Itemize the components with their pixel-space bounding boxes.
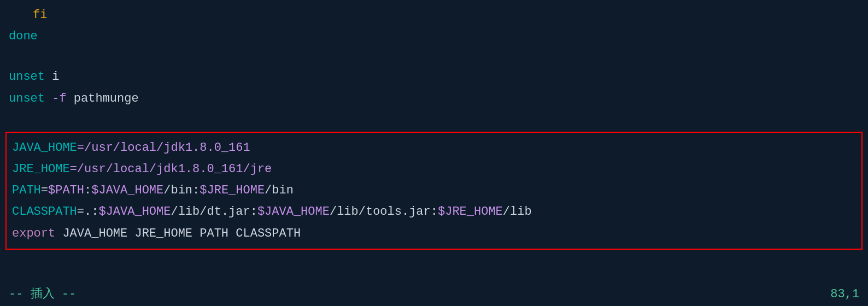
java-home-line: JAVA_HOME=/usr/local/jdk1.8.0_161 bbox=[12, 137, 856, 158]
keyword-done: done bbox=[9, 27, 38, 46]
path-line: PATH=$PATH:$JAVA_HOME/bin:$JRE_HOME/bin bbox=[12, 180, 856, 201]
cursor-position: 83,1 bbox=[830, 285, 859, 304]
path-col1: : bbox=[84, 181, 91, 200]
path-eq: = bbox=[41, 181, 48, 200]
space1 bbox=[45, 89, 52, 108]
pathmunge: pathmunge bbox=[67, 89, 139, 108]
mode-indicator: -- 插入 -- bbox=[9, 285, 76, 304]
export-vars: JAVA_HOME JRE_HOME PATH CLASSPATH bbox=[55, 224, 301, 243]
export-line: export JAVA_HOME JRE_HOME PATH CLASSPATH bbox=[12, 223, 856, 244]
empty-line bbox=[0, 47, 868, 66]
code-line: unset i bbox=[0, 66, 868, 87]
classpath-var: CLASSPATH bbox=[12, 202, 77, 221]
path-var: PATH bbox=[12, 181, 41, 200]
classpath-jrehome: $JRE_HOME bbox=[438, 202, 503, 221]
unset-var-i: i bbox=[45, 67, 59, 86]
path-javahome: $JAVA_HOME bbox=[91, 181, 163, 200]
path-bin1: /bin: bbox=[163, 181, 200, 200]
path-bin2: /bin bbox=[265, 181, 294, 200]
classpath-line: CLASSPATH=.:$JAVA_HOME/lib/dt.jar:$JAVA_… bbox=[12, 201, 856, 222]
keyword-unset2: unset bbox=[9, 89, 45, 108]
editor: fi done unset i unset -f pathmunge JAVA_… bbox=[0, 0, 868, 306]
flag-f: -f bbox=[52, 89, 66, 108]
status-bar: -- 插入 -- 83,1 bbox=[0, 283, 868, 306]
export-keyword: export bbox=[12, 224, 55, 243]
jre-home-line: JRE_HOME=/usr/local/jdk1.8.0_161/jre bbox=[12, 158, 856, 180]
java-home-var: JAVA_HOME bbox=[12, 138, 77, 157]
keyword-unset: unset bbox=[9, 67, 45, 86]
classpath-lib: /lib bbox=[503, 202, 532, 221]
code-line: done bbox=[0, 26, 868, 47]
path-jrehome: $JRE_HOME bbox=[200, 181, 265, 200]
highlighted-block: JAVA_HOME=/usr/local/jdk1.8.0_161 JRE_HO… bbox=[5, 132, 863, 250]
keyword-fi: fi bbox=[33, 5, 47, 25]
path-ref1: $PATH bbox=[48, 181, 84, 200]
java-home-val: =/usr/local/jdk1.8.0_161 bbox=[77, 138, 250, 157]
code-line: fi bbox=[0, 4, 868, 26]
jre-home-var: JRE_HOME bbox=[12, 160, 70, 179]
classpath-javahome1: $JAVA_HOME bbox=[98, 202, 171, 221]
jre-home-val: =/usr/local/jdk1.8.0_161/jre bbox=[70, 160, 272, 179]
code-line: unset -f pathmunge bbox=[0, 88, 868, 109]
classpath-dtjar: /lib/dt.jar: bbox=[171, 202, 257, 221]
classpath-dot: =.: bbox=[77, 202, 99, 221]
empty-line2 bbox=[0, 109, 868, 128]
classpath-toolsjar: /lib/tools.jar: bbox=[330, 202, 438, 221]
classpath-javahome2: $JAVA_HOME bbox=[257, 202, 330, 221]
